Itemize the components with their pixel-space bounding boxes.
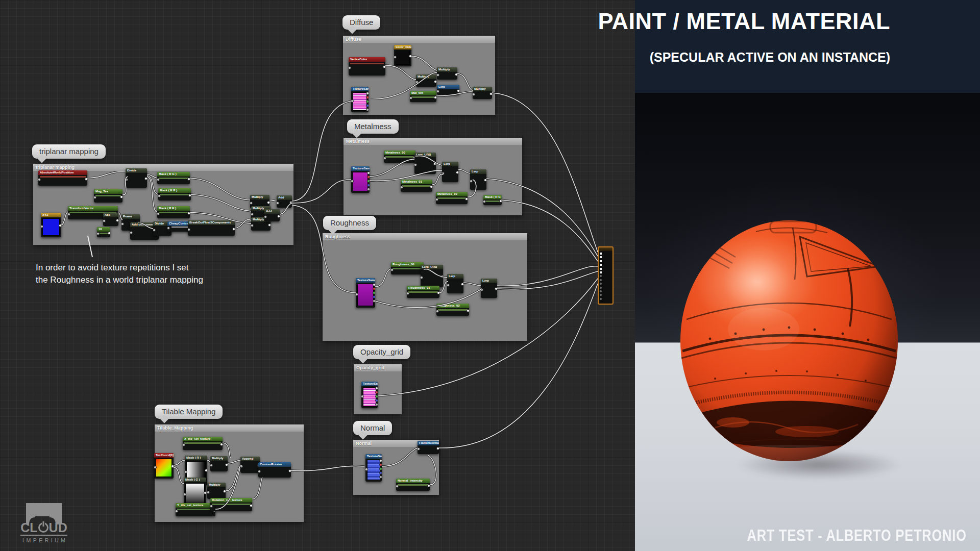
node[interactable]: XYZ (41, 213, 61, 237)
material-input-pin[interactable] (600, 294, 602, 296)
node-label: Multiply (250, 195, 270, 199)
output-pin (366, 92, 369, 95)
logo-text-ud: UD (49, 521, 67, 534)
node[interactable]: Divide (126, 168, 147, 188)
output-pin (375, 391, 378, 394)
material-input-pin[interactable] (600, 298, 602, 300)
output-pin (427, 484, 430, 487)
node[interactable]: Y_tile_set_texture (176, 503, 215, 516)
node[interactable]: Mag_Tex (94, 189, 122, 203)
output-pin (373, 299, 375, 303)
input-pin (210, 464, 213, 467)
material-input-pin[interactable] (600, 271, 602, 273)
output-pin (373, 291, 375, 294)
node-preview-swatch (353, 172, 368, 191)
input-pin (207, 491, 210, 494)
group-header-roughness: Roughness (323, 233, 527, 240)
node[interactable]: X_tile_set_texture (183, 437, 223, 450)
material-input-pin[interactable] (600, 287, 602, 289)
node-label: Roughness_00 (391, 262, 424, 267)
material-input-pin[interactable] (600, 256, 602, 258)
node[interactable]: TextureSample (365, 454, 382, 482)
node[interactable]: Normal_intensity (396, 479, 430, 491)
input-pin (418, 447, 420, 450)
node[interactable]: Rotation_set_texture (210, 498, 252, 511)
node[interactable]: Multiply (416, 74, 436, 87)
node-subtext (159, 178, 188, 179)
node-subtext (437, 197, 466, 199)
node[interactable]: Append (240, 457, 260, 473)
comment-bubble-triplanar[interactable]: triplanar mapping (32, 144, 106, 159)
node[interactable]: Lerp_URB (414, 153, 436, 174)
node[interactable]: Mask ( R G ) (157, 172, 190, 184)
comment-bubble-tilable[interactable]: Tilable Mapping (155, 405, 223, 419)
comment-bubble-roughness[interactable]: Roughness (323, 216, 376, 230)
node[interactable]: Mask ( R G ) (483, 195, 502, 205)
node[interactable]: Lerp (447, 274, 463, 293)
node-subtext (411, 96, 435, 98)
comment-bubble-diffuse[interactable]: Diffuse (342, 15, 380, 30)
node[interactable]: 10 (97, 227, 110, 237)
node[interactable]: FlattenNormal (418, 441, 439, 454)
node[interactable]: Mask ( B R ) (158, 188, 191, 201)
output-pin (187, 212, 190, 215)
output-pin (430, 185, 432, 188)
output-pin (375, 399, 378, 402)
node[interactable]: Roughness_02 (436, 304, 469, 316)
node[interactable]: Multiply (437, 67, 457, 80)
comment-bubble-normal[interactable]: Normal (353, 421, 392, 435)
node[interactable]: Roughness_00 (391, 262, 424, 274)
node[interactable]: TextureSample (356, 278, 375, 308)
node[interactable]: Metalness_02 (436, 192, 468, 204)
node-label: Lerp (470, 169, 486, 174)
material-input-pin[interactable] (600, 253, 602, 255)
output-pin (379, 475, 382, 479)
node[interactable]: TextureSample (361, 382, 378, 408)
node[interactable]: Mask ( R B ) (157, 206, 190, 218)
node-preview-swatch (396, 51, 410, 65)
material-input-pin[interactable] (600, 279, 602, 281)
output-pin (171, 465, 174, 468)
material-input-pin[interactable] (600, 260, 602, 262)
node[interactable]: Abs (103, 213, 118, 226)
output-pin (267, 201, 270, 204)
input-pin (401, 186, 403, 189)
node[interactable]: Color_value (394, 45, 411, 66)
input-pin (176, 510, 178, 513)
material-input-pin[interactable] (600, 290, 602, 292)
material-input-pin[interactable] (600, 283, 602, 285)
node[interactable]: TextureSample (351, 166, 370, 193)
node[interactable]: Roughness_01 (407, 286, 439, 298)
node[interactable]: Lerp (481, 279, 497, 298)
input-pin (416, 81, 419, 84)
material-input-pin[interactable] (600, 275, 602, 277)
node[interactable]: Add (277, 195, 292, 208)
node[interactable]: TextureSample (351, 87, 369, 112)
node-preview-swatch (353, 92, 367, 111)
node[interactable]: BreakOutFloat3Components (188, 220, 235, 236)
node[interactable]: Metalness_00 (384, 151, 415, 163)
node-label: FlattenNormal (418, 441, 439, 445)
node[interactable]: Multiply (207, 483, 226, 499)
material-output-node[interactable] (598, 246, 614, 305)
input-pin (250, 202, 253, 205)
node[interactable]: CustomRotator (258, 462, 291, 478)
node[interactable]: Lerp (470, 169, 486, 190)
node[interactable]: AbsoluteWorldPosition (38, 170, 87, 186)
node[interactable]: TexCoord[0] (154, 453, 174, 479)
node[interactable]: Add (264, 209, 280, 221)
node[interactable]: VertexColor (349, 57, 385, 76)
node[interactable]: Multiply (473, 87, 492, 99)
node[interactable]: Metalness_01 (401, 180, 432, 192)
node[interactable]: Lerp_URB (421, 265, 443, 287)
node[interactable]: Lerp (442, 162, 458, 182)
node[interactable]: Multiply (210, 456, 228, 471)
material-input-pin[interactable] (600, 268, 602, 270)
material-input-pin[interactable] (600, 264, 602, 266)
output-pin (373, 287, 375, 290)
node[interactable]: Lerp (437, 85, 459, 95)
output-pin (367, 188, 370, 191)
node[interactable]: Mat_tint (410, 91, 436, 102)
comment-bubble-opacity-grid[interactable]: Opacity_grid (353, 345, 410, 359)
comment-bubble-metalmess[interactable]: Metalmess (347, 119, 399, 134)
